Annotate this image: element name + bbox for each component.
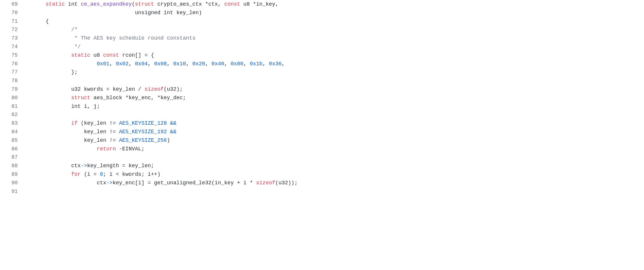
code-token: */ (74, 44, 81, 50)
code-token: * (157, 95, 161, 101)
code-content[interactable]: { (24, 17, 644, 26)
code-content[interactable]: for (i = 0; i < kwords; i++) (24, 170, 644, 179)
code-token: key_length = key_len; (87, 163, 154, 169)
code-line[interactable]: 80 struct aes_block *key_enc, *key_dec; (0, 94, 644, 102)
code-content[interactable]: ctx->key_length = key_len; (24, 162, 644, 170)
code-line[interactable]: 85 key_len != AES_KEYSIZE_256) (0, 136, 644, 145)
code-token: sizeof (145, 86, 164, 92)
code-content[interactable] (24, 77, 644, 85)
code-content[interactable]: int i, j; (24, 102, 644, 111)
code-content[interactable]: 0x01, 0x02, 0x04, 0x08, 0x10, 0x20, 0x40… (24, 60, 644, 68)
code-content[interactable]: u32 kwords = key_len / sizeof(u32); (24, 85, 644, 94)
code-token: sizeof (256, 180, 275, 186)
code-token: const (224, 1, 240, 7)
line-number: 91 (0, 187, 24, 196)
code-content[interactable] (24, 153, 644, 162)
code-content[interactable]: key_len != AES_KEYSIZE_256) (24, 136, 644, 145)
code-content[interactable]: */ (24, 43, 644, 51)
code-content[interactable]: if (key_len != AES_KEYSIZE_128 && (24, 119, 644, 128)
line-number: 89 (0, 170, 24, 179)
code-line[interactable]: 77 }; (0, 68, 644, 77)
code-content[interactable]: struct aes_block *key_enc, *key_dec; (24, 94, 644, 102)
code-token: key_len != (27, 137, 119, 143)
code-token: , (224, 61, 231, 67)
code-line[interactable]: 84 key_len != AES_KEYSIZE_192 && (0, 128, 644, 136)
code-content[interactable]: /* (24, 25, 644, 34)
code-content[interactable]: static u8 const rcon[] = { (24, 51, 644, 60)
code-content[interactable] (24, 187, 644, 196)
code-token: u32 kwords = key_len / (27, 86, 145, 92)
code-line[interactable]: 73 * The AES key schedule round constant… (0, 34, 644, 43)
code-line[interactable]: 78 (0, 77, 644, 85)
line-number: 73 (0, 34, 24, 43)
code-token: 0x20 (192, 61, 205, 67)
code-line[interactable]: 70 unsigned int key_len) (0, 9, 644, 17)
code-token: , (167, 61, 173, 67)
line-number: 90 (0, 179, 24, 187)
code-token: 0x01 (97, 61, 109, 67)
code-token: 0x36 (269, 61, 282, 67)
code-line[interactable]: 72 /* (0, 25, 644, 34)
code-token: 0x02 (116, 61, 128, 67)
line-number: 75 (0, 51, 24, 60)
code-token (167, 129, 170, 135)
code-token: , (129, 61, 135, 67)
code-line[interactable]: 89 for (i = 0; i < kwords; i++) (0, 170, 644, 179)
line-number: 83 (0, 119, 24, 128)
code-line[interactable]: 88 ctx->key_length = key_len; (0, 162, 644, 170)
code-token: 0x40 (212, 61, 224, 67)
line-number: 72 (0, 25, 24, 34)
code-line[interactable]: 74 */ (0, 43, 644, 51)
code-token: , (282, 61, 285, 67)
code-token: (key_len != (78, 120, 119, 126)
code-token: -EINVAL; (116, 146, 144, 152)
code-token: int (68, 1, 77, 7)
code-token: 0 (100, 171, 103, 177)
line-number: 69 (0, 0, 24, 9)
code-line[interactable]: 86 return -EINVAL; (0, 145, 644, 153)
code-token: ) (167, 137, 170, 143)
code-token (65, 1, 68, 7)
code-token: && (170, 120, 176, 126)
code-line[interactable]: 79 u32 kwords = key_len / sizeof(u32); (0, 85, 644, 94)
code-line[interactable]: 81 int i, j; (0, 102, 644, 111)
code-token: static (46, 1, 65, 7)
code-token: , (205, 61, 212, 67)
code-token: ce_aes_expandkey (81, 1, 132, 7)
code-content[interactable] (24, 110, 644, 119)
code-token: 0x04 (135, 61, 148, 67)
code-token: AES_KEYSIZE_192 (119, 129, 167, 135)
code-token: /* (71, 27, 78, 32)
line-number: 70 (0, 9, 24, 17)
code-content[interactable]: key_len != AES_KEYSIZE_192 && (24, 128, 644, 136)
code-line[interactable]: 75 static u8 const rcon[] = { (0, 51, 644, 60)
code-content[interactable]: static int ce_aes_expandkey(struct crypt… (24, 0, 644, 9)
code-line[interactable]: 90 ctx->key_enc[i] = get_unaligned_le32(… (0, 179, 644, 187)
code-content[interactable]: ctx->key_enc[i] = get_unaligned_le32(in_… (24, 179, 644, 187)
code-token: , (109, 61, 116, 67)
code-content[interactable]: * The AES key schedule round constants (24, 34, 644, 43)
code-token: 0x1b (250, 61, 262, 67)
code-content[interactable]: return -EINVAL; (24, 145, 644, 153)
code-token: return (97, 146, 116, 152)
code-line[interactable]: 83 if (key_len != AES_KEYSIZE_128 && (0, 119, 644, 128)
code-content[interactable]: unsigned int key_len) (24, 9, 644, 17)
code-line[interactable]: 76 0x01, 0x02, 0x04, 0x08, 0x10, 0x20, 0… (0, 60, 644, 68)
line-number: 88 (0, 162, 24, 170)
code-line[interactable]: 71 { (0, 17, 644, 26)
code-block[interactable]: 69 static int ce_aes_expandkey(struct cr… (0, 0, 644, 196)
code-token: for (71, 171, 81, 177)
code-token (27, 171, 71, 177)
code-token (27, 120, 71, 126)
code-token: i, j; (81, 103, 100, 109)
code-line[interactable]: 91 (0, 187, 644, 196)
code-content[interactable]: }; (24, 68, 644, 77)
line-number: 81 (0, 102, 24, 111)
code-line[interactable]: 69 static int ce_aes_expandkey(struct cr… (0, 0, 644, 9)
code-token: key_len != (27, 129, 119, 135)
code-line[interactable]: 82 (0, 110, 644, 119)
code-line[interactable]: 87 (0, 153, 644, 162)
line-number: 79 (0, 85, 24, 94)
line-number: 82 (0, 110, 24, 119)
code-token: , (243, 61, 250, 67)
